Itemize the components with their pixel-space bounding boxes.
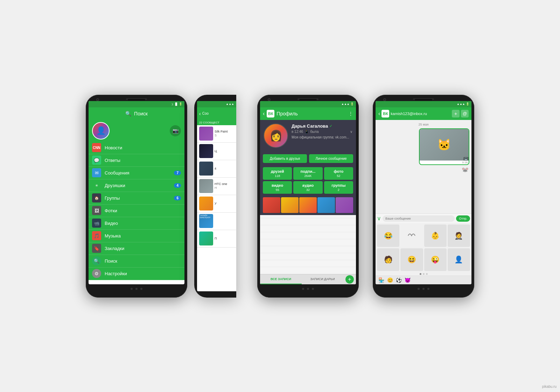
profile-top: 👩 Дарья Сагалова ✓ в 12:46 📱 была ∨ Моя … — [260, 120, 356, 151]
search-header[interactable]: 🔍 Поиск — [89, 107, 184, 120]
signal-icon: ▐▌ — [174, 102, 178, 106]
nav-btn-6 — [312, 288, 314, 290]
tab-all-posts[interactable]: ВСЕ ЗАПИСИ — [260, 275, 302, 284]
messages-badge: 7 — [174, 171, 181, 175]
sticker-1[interactable]: 😂 — [377, 224, 399, 247]
status-icons-p: ▲▲▲ — [226, 102, 234, 106]
menu-item-photos[interactable]: 🖼 Фотки — [89, 205, 184, 217]
sticker-3[interactable]: 👶 — [424, 224, 447, 247]
photo-thumb-2[interactable] — [281, 197, 299, 213]
profile-photo: 👩 — [264, 123, 288, 148]
partial-count: 22 СООБЩЕСТ — [197, 120, 236, 125]
expand-icon[interactable]: ∨ — [350, 130, 352, 134]
sticker-4[interactable]: 🤵 — [448, 224, 470, 247]
sticker-6[interactable]: 😆 — [400, 248, 423, 271]
chat-at-button[interactable]: @ — [461, 110, 469, 117]
chat-send-button[interactable]: Отпр. — [456, 215, 470, 222]
menu-item-messages[interactable]: ✉ Сообщения 7 — [89, 167, 184, 179]
phone-1: ); ▐▌ 🔋 🔍 Поиск 👤 📷 CNN Новости 💬 — [86, 95, 187, 298]
item-text-2: Ц — [215, 149, 217, 153]
menu-item-news[interactable]: CNN Новости — [89, 142, 184, 154]
profile-tabs: ВСЕ ЗАПИСИ ЗАПИСИ ДАРЬИ + — [260, 274, 356, 284]
nav-btn-9 — [427, 288, 429, 290]
chat-input-row: ∨ Отпр. — [376, 213, 471, 223]
sticker-8[interactable]: 👤 — [448, 248, 470, 271]
emoji-icon[interactable]: 😊 — [387, 277, 393, 283]
nav-btn-5 — [307, 288, 309, 290]
profile-info: Дарья Сагалова ✓ в 12:46 📱 была ∨ Моя оф… — [292, 123, 352, 148]
tab-darya-posts[interactable]: ЗАПИСИ ДАРЬИ — [302, 275, 343, 284]
back-icon-2[interactable]: ‹ — [263, 111, 265, 117]
back-icon-3[interactable]: ‹ — [378, 111, 380, 117]
list-item-1[interactable]: Silk PaintS — [197, 125, 236, 143]
camera-button[interactable]: 📷 — [170, 125, 181, 136]
chat-image: 🐱 💻 — [420, 129, 469, 161]
stat-friends[interactable]: друзей 118 — [263, 167, 292, 180]
stickers-row-2: 🧑 😆 😜 👤 — [376, 248, 471, 272]
partial-title: Соо — [202, 112, 209, 115]
menu-label-music: Музыка — [105, 233, 121, 238]
settings-icon: ⚙ — [92, 269, 101, 278]
list-item-5[interactable]: У — [197, 195, 236, 213]
sticker-2[interactable] — [400, 224, 423, 247]
photo-thumb-3[interactable] — [299, 197, 317, 213]
menu-item-friends[interactable]: ✳ Друзяшки 4 — [89, 179, 184, 192]
photo-thumb-5[interactable] — [336, 197, 353, 213]
chat-input[interactable] — [383, 215, 455, 222]
list-item-7[interactable]: П — [197, 230, 236, 248]
thumb-3 — [199, 162, 213, 176]
menu-item-bookmarks[interactable]: 🔖 Закладки — [89, 242, 184, 255]
nav-btn-7 — [418, 288, 420, 290]
list-item-3[interactable]: 4 — [197, 160, 236, 178]
stat-photos[interactable]: фото 52 — [324, 167, 353, 180]
stat-groups[interactable]: группы 2 — [324, 181, 353, 194]
add-friend-button[interactable]: Добавить в друзья — [263, 154, 307, 163]
sticker-ball-icon[interactable]: ⚽ — [396, 277, 402, 283]
user-avatar[interactable]: 👤 — [92, 122, 110, 140]
chat-plus-button[interactable]: + — [452, 110, 460, 117]
thumb-5 — [199, 197, 213, 211]
menu-item-search[interactable]: 🔍 Поиск — [89, 255, 184, 268]
sticker-5[interactable]: 🧑 — [377, 248, 399, 271]
profile-header: ‹ ВК Профиль ⋮ — [260, 107, 356, 120]
phone-bottom-2 — [260, 286, 356, 291]
phone-2: ▲▲▲ 🔋 ‹ ВК Профиль ⋮ 👩 Дарья Сагалова ✓ … — [257, 95, 359, 298]
add-post-button[interactable]: + — [345, 275, 354, 284]
stat-audio[interactable]: аудио 32 — [293, 181, 322, 194]
more-icon-2[interactable]: ⋮ — [348, 111, 353, 116]
sticker-dot-2[interactable] — [423, 273, 425, 275]
send-message-button[interactable]: Личное сообщение — [309, 154, 353, 163]
search2-icon: 🔍 — [92, 256, 101, 265]
battery-icon: 🔋 — [179, 102, 182, 106]
menu-item-video[interactable]: 📹 Видео — [89, 217, 184, 230]
friends-icon: ✳ — [92, 181, 101, 190]
menu-item-groups[interactable]: 🏠 Группы 6 — [89, 192, 184, 205]
sticker-shop-icon[interactable]: 🏪 — [378, 277, 384, 283]
speaker-3 — [415, 99, 432, 100]
stat-subscribers[interactable]: подпи... 264K — [293, 167, 322, 180]
phone-partial-wrapper: ▲▲▲ ‹ Соо 22 СООБЩЕСТ Silk PaintS Ц 4 — [194, 95, 236, 298]
back-icon-partial[interactable]: ‹ — [199, 111, 201, 116]
status-bar-partial: ▲▲▲ — [197, 101, 236, 107]
phone-bottom-3 — [376, 286, 471, 291]
photo-thumb-4[interactable] — [317, 197, 335, 213]
chat-expand-button[interactable]: ∨ — [377, 215, 381, 222]
thumb-7 — [199, 231, 213, 245]
menu-item-answers[interactable]: 💬 Ответы — [89, 154, 184, 167]
sticker-dot-3[interactable] — [426, 273, 428, 275]
sticker-7[interactable]: 😜 — [424, 248, 447, 271]
menu-item-settings[interactable]: ⚙ Настройки — [89, 268, 184, 280]
stat-video[interactable]: видео 55 — [263, 181, 292, 194]
item-text-5: У — [215, 202, 217, 206]
menu-label-messages: Сообщения — [105, 170, 130, 176]
list-item-2[interactable]: Ц — [197, 143, 236, 160]
sticker-dot-1[interactable] — [420, 273, 421, 275]
status-text-3: ▲▲▲ 🔋 — [457, 102, 469, 106]
item-text-4: HTC oneН — [215, 182, 227, 190]
profile-name: Дарья Сагалова ✓ — [292, 123, 352, 129]
list-item-6[interactable]: ОНЛАЙНКИНОТЕАТР — [197, 213, 236, 230]
list-item-4[interactable]: HTC oneН — [197, 178, 236, 195]
menu-item-music[interactable]: 🎵 Музыка — [89, 230, 184, 242]
photo-thumb-1[interactable] — [263, 197, 280, 213]
sticker-troll-icon[interactable]: 😈 — [405, 277, 411, 283]
